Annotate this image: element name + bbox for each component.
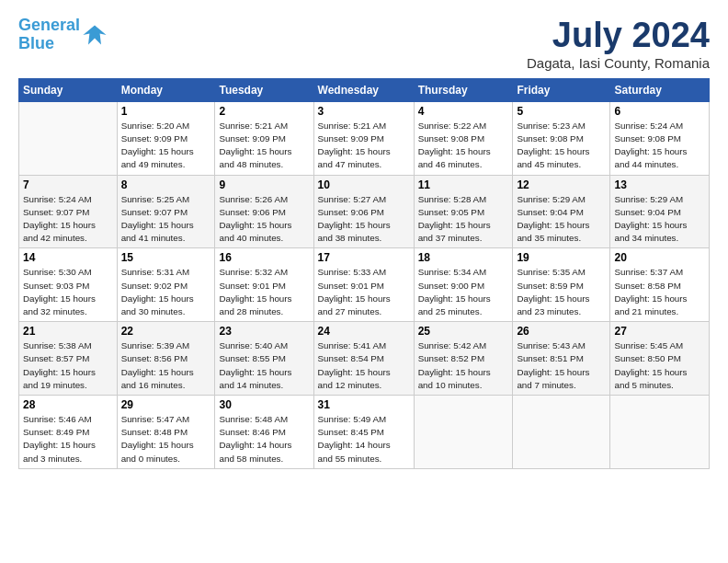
cell-details: Sunrise: 5:29 AM Sunset: 9:04 PM Dayligh… (517, 193, 606, 246)
day-number: 1 (121, 105, 211, 118)
calendar-cell (513, 396, 610, 469)
calendar-cell: 19Sunrise: 5:35 AM Sunset: 8:59 PM Dayli… (513, 248, 610, 322)
day-number: 11 (418, 178, 509, 191)
calendar-week-row: 14Sunrise: 5:30 AM Sunset: 9:03 PM Dayli… (19, 248, 710, 322)
calendar-week-row: 21Sunrise: 5:38 AM Sunset: 8:57 PM Dayli… (19, 322, 710, 396)
day-number: 26 (517, 325, 606, 338)
cell-details: Sunrise: 5:34 AM Sunset: 9:00 PM Dayligh… (418, 266, 509, 318)
weekday-header: Sunday (19, 78, 118, 101)
cell-details: Sunrise: 5:46 AM Sunset: 8:49 PM Dayligh… (23, 413, 113, 465)
title-area: July 2024 Dagata, Iasi County, Romania (527, 17, 710, 71)
calendar-cell: 4Sunrise: 5:22 AM Sunset: 9:08 PM Daylig… (414, 101, 513, 175)
day-number: 27 (614, 325, 705, 338)
day-number: 18 (418, 251, 509, 264)
cell-details: Sunrise: 5:30 AM Sunset: 9:03 PM Dayligh… (23, 266, 113, 318)
day-number: 13 (614, 178, 705, 191)
month-title: July 2024 (527, 17, 710, 55)
day-number: 24 (318, 325, 410, 338)
calendar-cell (610, 396, 710, 469)
cell-details: Sunrise: 5:32 AM Sunset: 9:01 PM Dayligh… (219, 266, 309, 318)
day-number: 8 (121, 178, 211, 191)
weekday-header: Wednesday (313, 78, 414, 101)
calendar-cell: 11Sunrise: 5:28 AM Sunset: 9:05 PM Dayli… (414, 175, 513, 248)
calendar-cell: 10Sunrise: 5:27 AM Sunset: 9:06 PM Dayli… (313, 175, 414, 248)
day-number: 7 (23, 178, 113, 191)
day-number: 29 (121, 398, 211, 411)
day-number: 16 (219, 251, 309, 264)
day-number: 31 (318, 398, 410, 411)
calendar-cell: 14Sunrise: 5:30 AM Sunset: 9:03 PM Dayli… (19, 248, 118, 322)
location: Dagata, Iasi County, Romania (527, 55, 710, 71)
day-number: 15 (121, 251, 211, 264)
calendar-cell: 24Sunrise: 5:41 AM Sunset: 8:54 PM Dayli… (313, 322, 414, 396)
calendar-cell: 18Sunrise: 5:34 AM Sunset: 9:00 PM Dayli… (414, 248, 513, 322)
day-number: 6 (614, 105, 705, 118)
cell-details: Sunrise: 5:21 AM Sunset: 9:09 PM Dayligh… (219, 120, 309, 172)
cell-details: Sunrise: 5:47 AM Sunset: 8:48 PM Dayligh… (121, 413, 211, 465)
calendar-cell: 28Sunrise: 5:46 AM Sunset: 8:49 PM Dayli… (19, 396, 118, 469)
weekday-header: Friday (513, 78, 610, 101)
day-number: 3 (318, 105, 410, 118)
day-number: 30 (219, 398, 309, 411)
calendar-cell: 20Sunrise: 5:37 AM Sunset: 8:58 PM Dayli… (610, 248, 710, 322)
calendar-cell: 31Sunrise: 5:49 AM Sunset: 8:45 PM Dayli… (313, 396, 414, 469)
day-number: 22 (121, 325, 211, 338)
page: GeneralBlue July 2024 Dagata, Iasi Count… (0, 0, 728, 563)
cell-details: Sunrise: 5:49 AM Sunset: 8:45 PM Dayligh… (318, 413, 410, 465)
cell-details: Sunrise: 5:38 AM Sunset: 8:57 PM Dayligh… (23, 339, 113, 392)
day-number: 21 (23, 325, 113, 338)
day-number: 2 (219, 105, 309, 118)
cell-details: Sunrise: 5:23 AM Sunset: 9:08 PM Dayligh… (517, 120, 606, 172)
day-number: 28 (23, 398, 113, 411)
calendar-week-row: 28Sunrise: 5:46 AM Sunset: 8:49 PM Dayli… (19, 396, 710, 469)
calendar-cell: 17Sunrise: 5:33 AM Sunset: 9:01 PM Dayli… (313, 248, 414, 322)
calendar-cell: 15Sunrise: 5:31 AM Sunset: 9:02 PM Dayli… (117, 248, 215, 322)
cell-details: Sunrise: 5:28 AM Sunset: 9:05 PM Dayligh… (418, 193, 509, 246)
cell-details: Sunrise: 5:33 AM Sunset: 9:01 PM Dayligh… (318, 266, 410, 318)
calendar-cell: 16Sunrise: 5:32 AM Sunset: 9:01 PM Dayli… (215, 248, 313, 322)
cell-details: Sunrise: 5:37 AM Sunset: 8:58 PM Dayligh… (614, 266, 705, 318)
header: GeneralBlue July 2024 Dagata, Iasi Count… (18, 17, 710, 71)
calendar-week-row: 7Sunrise: 5:24 AM Sunset: 9:07 PM Daylig… (19, 175, 710, 248)
day-number: 4 (418, 105, 509, 118)
calendar-cell: 5Sunrise: 5:23 AM Sunset: 9:08 PM Daylig… (513, 101, 610, 175)
cell-details: Sunrise: 5:25 AM Sunset: 9:07 PM Dayligh… (121, 193, 211, 246)
day-number: 23 (219, 325, 309, 338)
cell-details: Sunrise: 5:43 AM Sunset: 8:51 PM Dayligh… (517, 339, 606, 392)
cell-details: Sunrise: 5:27 AM Sunset: 9:06 PM Dayligh… (318, 193, 410, 246)
weekday-header: Saturday (610, 78, 710, 101)
day-number: 9 (219, 178, 309, 191)
cell-details: Sunrise: 5:40 AM Sunset: 8:55 PM Dayligh… (219, 339, 309, 392)
cell-details: Sunrise: 5:29 AM Sunset: 9:04 PM Dayligh… (614, 193, 705, 246)
calendar-cell: 25Sunrise: 5:42 AM Sunset: 8:52 PM Dayli… (414, 322, 513, 396)
cell-details: Sunrise: 5:26 AM Sunset: 9:06 PM Dayligh… (219, 193, 309, 246)
weekday-header: Tuesday (215, 78, 313, 101)
calendar-cell: 8Sunrise: 5:25 AM Sunset: 9:07 PM Daylig… (117, 175, 215, 248)
calendar-cell: 27Sunrise: 5:45 AM Sunset: 8:50 PM Dayli… (610, 322, 710, 396)
day-number: 17 (318, 251, 410, 264)
cell-details: Sunrise: 5:35 AM Sunset: 8:59 PM Dayligh… (517, 266, 606, 318)
calendar-cell: 1Sunrise: 5:20 AM Sunset: 9:09 PM Daylig… (117, 101, 215, 175)
calendar-cell (414, 396, 513, 469)
svg-marker-0 (83, 25, 106, 44)
calendar-cell: 6Sunrise: 5:24 AM Sunset: 9:08 PM Daylig… (610, 101, 710, 175)
cell-details: Sunrise: 5:39 AM Sunset: 8:56 PM Dayligh… (121, 339, 211, 392)
day-number: 12 (517, 178, 606, 191)
calendar-cell: 7Sunrise: 5:24 AM Sunset: 9:07 PM Daylig… (19, 175, 118, 248)
cell-details: Sunrise: 5:41 AM Sunset: 8:54 PM Dayligh… (318, 339, 410, 392)
cell-details: Sunrise: 5:20 AM Sunset: 9:09 PM Dayligh… (121, 120, 211, 172)
cell-details: Sunrise: 5:21 AM Sunset: 9:09 PM Dayligh… (318, 120, 410, 172)
calendar-cell: 3Sunrise: 5:21 AM Sunset: 9:09 PM Daylig… (313, 101, 414, 175)
header-row: SundayMondayTuesdayWednesdayThursdayFrid… (19, 78, 710, 101)
calendar-cell: 2Sunrise: 5:21 AM Sunset: 9:09 PM Daylig… (215, 101, 313, 175)
calendar-cell: 13Sunrise: 5:29 AM Sunset: 9:04 PM Dayli… (610, 175, 710, 248)
day-number: 5 (517, 105, 606, 118)
calendar-cell: 29Sunrise: 5:47 AM Sunset: 8:48 PM Dayli… (117, 396, 215, 469)
calendar-cell: 23Sunrise: 5:40 AM Sunset: 8:55 PM Dayli… (215, 322, 313, 396)
day-number: 19 (517, 251, 606, 264)
calendar-cell: 9Sunrise: 5:26 AM Sunset: 9:06 PM Daylig… (215, 175, 313, 248)
calendar-cell: 22Sunrise: 5:39 AM Sunset: 8:56 PM Dayli… (117, 322, 215, 396)
cell-details: Sunrise: 5:45 AM Sunset: 8:50 PM Dayligh… (614, 339, 705, 392)
logo-bird-icon (82, 22, 108, 48)
day-number: 10 (318, 178, 410, 191)
